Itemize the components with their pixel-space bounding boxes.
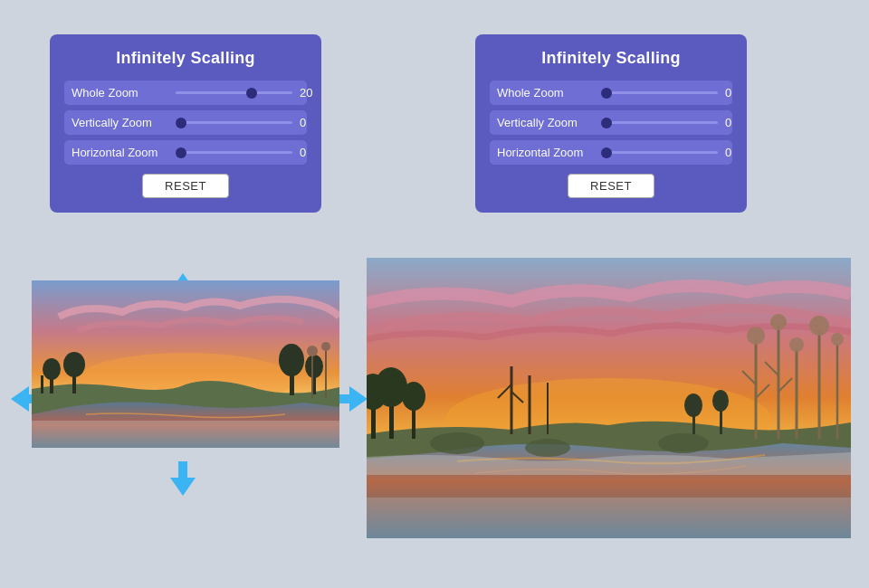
panel-left: Infinitely Scalling Whole Zoom 20 Vertic…: [50, 34, 321, 213]
whole-zoom-slider-left[interactable]: [176, 91, 292, 94]
horizontal-zoom-label-right: Horizontal Zoom: [497, 146, 601, 159]
vertically-zoom-label-left: Vertically Zoom: [72, 116, 176, 129]
svg-point-25: [375, 367, 407, 407]
arrow-down-icon: [170, 461, 196, 496]
right-image: [367, 258, 851, 538]
right-image-container: [367, 258, 851, 538]
svg-point-7: [43, 358, 61, 380]
horizontal-zoom-slider-left[interactable]: [176, 151, 292, 154]
horizontal-zoom-slider-right[interactable]: [601, 151, 718, 154]
horizontal-zoom-label-left: Horizontal Zoom: [72, 146, 176, 159]
vertically-zoom-label-right: Vertically Zoom: [497, 116, 601, 129]
whole-zoom-row-left: Whole Zoom 20: [64, 81, 307, 105]
vertically-zoom-row-left: Vertically Zoom 0: [64, 110, 307, 135]
whole-zoom-label-left: Whole Zoom: [72, 86, 176, 100]
svg-rect-19: [32, 421, 339, 448]
panel-left-title: Infinitely Scalling: [64, 49, 307, 68]
left-image-container: [32, 280, 339, 448]
svg-marker-1: [170, 461, 196, 496]
whole-zoom-value-right: 0: [725, 86, 731, 100]
horizontal-zoom-value-right: 0: [725, 146, 731, 159]
svg-point-9: [63, 352, 85, 377]
reset-wrap-left: RESET: [64, 174, 307, 198]
vertically-zoom-slider-right[interactable]: [601, 121, 718, 124]
panel-right: Infinitely Scalling Whole Zoom 0 Vertica…: [475, 34, 747, 213]
whole-zoom-slider-right[interactable]: [601, 91, 718, 94]
whole-zoom-row-right: Whole Zoom 0: [490, 81, 732, 105]
vertically-zoom-value-left: 0: [300, 116, 306, 129]
vertically-zoom-slider-left[interactable]: [176, 121, 292, 124]
svg-point-12: [279, 344, 304, 376]
svg-point-27: [402, 382, 425, 411]
svg-point-50: [712, 390, 729, 412]
vertically-zoom-value-right: 0: [725, 116, 731, 129]
horizontal-zoom-row-left: Horizontal Zoom 0: [64, 140, 307, 165]
horizontal-zoom-value-left: 0: [300, 146, 306, 159]
vertically-zoom-row-right: Vertically Zoom 0: [490, 110, 732, 135]
svg-point-54: [658, 433, 709, 453]
svg-point-16: [307, 346, 318, 356]
svg-rect-10: [41, 375, 43, 394]
svg-point-14: [305, 355, 323, 378]
whole-zoom-value-left: 20: [300, 86, 312, 100]
svg-point-42: [831, 333, 844, 346]
left-image: [32, 280, 339, 448]
svg-point-40: [809, 316, 829, 336]
svg-rect-51: [367, 498, 851, 538]
svg-point-38: [789, 337, 804, 352]
whole-zoom-label-right: Whole Zoom: [497, 86, 601, 100]
svg-point-34: [747, 327, 765, 345]
svg-point-36: [770, 314, 787, 330]
svg-point-52: [430, 432, 484, 454]
horizontal-zoom-row-right: Horizontal Zoom 0: [490, 140, 732, 165]
reset-button-right[interactable]: RESET: [568, 174, 654, 198]
reset-wrap-right: RESET: [490, 174, 732, 198]
svg-point-18: [321, 342, 330, 351]
reset-button-left[interactable]: RESET: [142, 174, 229, 198]
panel-right-title: Infinitely Scalling: [490, 49, 732, 68]
svg-point-48: [684, 394, 702, 417]
svg-point-53: [525, 439, 570, 457]
